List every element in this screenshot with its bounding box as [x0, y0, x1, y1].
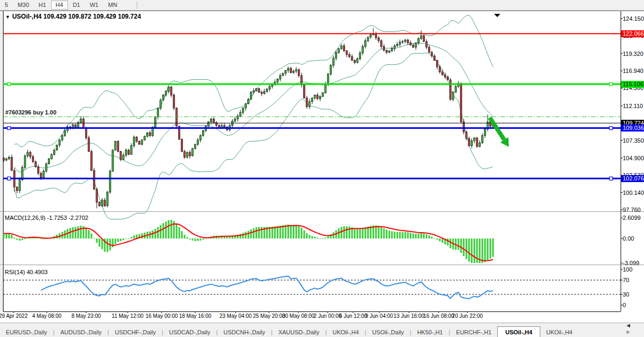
price-badge: 115.106	[621, 81, 644, 88]
tab-audusd-daily[interactable]: AUDUSD-,Daily	[54, 327, 107, 337]
rsi-indicator-label: RSI(14) 40.4903	[5, 269, 48, 275]
price-tick-label: 104.900	[623, 155, 644, 161]
date-axis-label: 18 May 16:00	[179, 313, 212, 319]
toolbar-separator	[137, 2, 137, 9]
timeframe-button-m30[interactable]: M30	[13, 1, 34, 10]
price-badge: 122.066	[621, 30, 644, 37]
price-badge: 102.076	[621, 175, 644, 182]
level-line-green-handle[interactable]	[609, 83, 613, 86]
date-axis-label: 16 May 00:00	[146, 313, 178, 319]
rsi-tick-label: 0	[623, 302, 626, 308]
tab-eurusd-daily[interactable]: EURUSD-,Daily	[0, 327, 53, 337]
macd-tick-label: 2.6099	[623, 215, 641, 221]
tab-hk50-h1[interactable]: HK50-,H1	[411, 327, 448, 337]
tab-ukoil-h4[interactable]: UKOil-,H4	[327, 327, 365, 337]
timeframe-button-d1[interactable]: D1	[68, 1, 85, 10]
timeframe-button-mn[interactable]: MN	[103, 1, 122, 10]
date-axis-label: 16 Jun 08:00	[423, 313, 454, 319]
tab-eurchf-h1[interactable]: EURCHF-,H1	[450, 327, 498, 337]
price-tick-label: 107.350	[623, 137, 644, 144]
rsi-tick-label: 70	[623, 277, 629, 283]
tab-scroll-arrows: ◄►	[625, 322, 637, 337]
order-label: #7603296 buy 1.00	[5, 109, 56, 116]
tab-usdchf-daily[interactable]: USDCHF-,Daily	[109, 327, 162, 337]
price-tick-label: 124.150	[623, 15, 644, 22]
terminal-window: 5M30H1H4D1W1MN ▼USOil-,H4 109.429 109.87…	[0, 0, 644, 337]
date-axis-label: 13 Jun 16:00	[394, 313, 424, 319]
support-line-navy-handle[interactable]	[7, 177, 11, 180]
price-tick-label: 116.940	[623, 68, 643, 74]
price-tick-label: 97.760	[623, 207, 641, 213]
support-line-blue-handle[interactable]	[7, 127, 11, 130]
tab-xauusd-daily[interactable]: XAUUSD-,Daily	[272, 327, 325, 337]
macd-tick-label: 0.00	[623, 235, 634, 242]
date-axis-label: 29 Apr 2022	[0, 313, 28, 319]
date-axis-label: 9 Jun 04:00	[365, 313, 393, 319]
rsi-tick-label: 100	[623, 266, 632, 273]
support-line-navy-handle[interactable]	[609, 177, 613, 180]
chart-title-text: USOil-,H4 109.429 109.872 109.429 109.72…	[12, 13, 141, 20]
timeframe-toolbar: 5M30H1H4D1W1MN	[0, 0, 644, 11]
chart-title: ▼USOil-,H4 109.429 109.872 109.429 109.7…	[5, 13, 141, 20]
tab-scroll-left-icon[interactable]: ◄	[625, 322, 631, 328]
tab-usdcad-daily[interactable]: USDCAD-,Daily	[163, 327, 216, 337]
timeframe-button-5[interactable]: 5	[0, 1, 13, 10]
tab-usoil-h4[interactable]: USOil-,H4	[497, 326, 540, 337]
timeframe-button-h4[interactable]: H4	[51, 1, 68, 10]
support-line-blue-handle[interactable]	[609, 127, 613, 130]
symbol-tab-bar: EURUSD-,Daily|AUDUSD-,Daily|USDCHF-,Dail…	[0, 323, 644, 337]
price-tick-label: 112.110	[623, 103, 643, 109]
date-axis-label: 23 May 04:00	[220, 313, 252, 319]
rsi-tick-label: 30	[623, 291, 629, 298]
chart-dropdown-icon[interactable]: ▼	[5, 14, 10, 20]
level-line-green-handle[interactable]	[7, 83, 11, 86]
date-axis-label: 2 Jun 00:00	[314, 313, 341, 319]
tab-ukoil-h4[interactable]: UKOil-,H4	[540, 327, 579, 337]
macd-indicator-label: MACD(12,26,9) -1.7253 -2.2702	[5, 215, 88, 221]
date-axis-label: 25 May 20:00	[253, 313, 286, 319]
date-axis-label: 11 May 12:00	[112, 313, 144, 319]
price-badge: 109.036	[621, 125, 644, 131]
price-tick-label: 119.320	[623, 51, 643, 57]
timeframe-button-h1[interactable]: H1	[34, 1, 51, 10]
timeframe-button-w1[interactable]: W1	[85, 1, 104, 10]
macd-tick-label: -3.099	[623, 260, 639, 266]
date-axis-label: 6 Jun 12:00	[339, 313, 367, 319]
date-axis-label: 30 May 08:00	[282, 313, 315, 319]
date-axis-label: 8 May 23:00	[71, 313, 101, 319]
tab-scroll-right-icon[interactable]: ►	[625, 328, 637, 335]
chart-canvas[interactable]	[0, 0, 644, 337]
date-axis-label: 4 May 08:00	[32, 313, 61, 319]
tab-usoil-daily[interactable]: USOil-,Daily	[366, 327, 410, 337]
price-tick-label: 100.140	[623, 190, 644, 196]
date-axis-label: 20 Jun 22:00	[452, 313, 483, 319]
tab-usdcnh-daily[interactable]: USDCNH-,Daily	[218, 327, 271, 337]
